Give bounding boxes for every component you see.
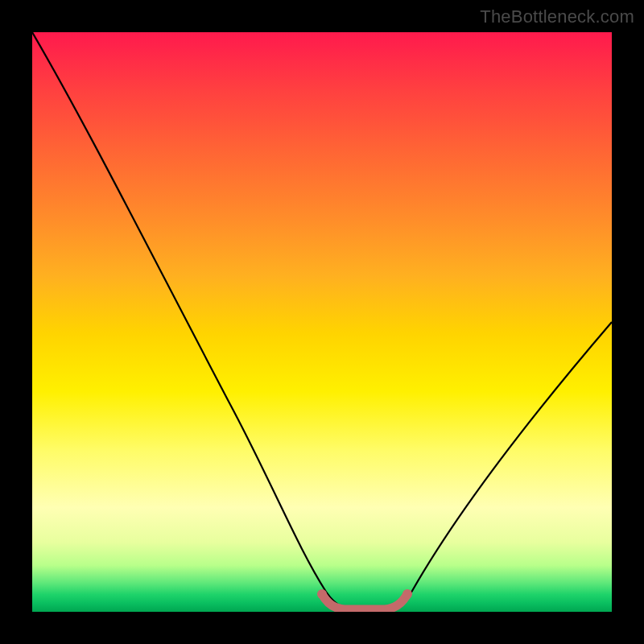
plot-area [32, 32, 612, 612]
curve-layer [32, 32, 612, 612]
chart-frame: TheBottleneck.com [0, 0, 644, 644]
bottleneck-curve [32, 32, 612, 610]
watermark-text: TheBottleneck.com [480, 6, 634, 27]
marker-end-left [317, 589, 327, 599]
marker-end-right [402, 589, 412, 599]
